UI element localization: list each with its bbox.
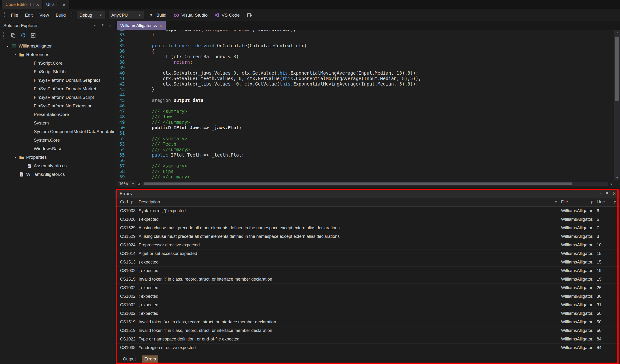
tree-item-finscript-core[interactable]: FinScript.Core (0, 59, 115, 67)
error-row[interactable]: CS1014A get or set accessor expectedWill… (115, 249, 620, 258)
error-row[interactable]: CS1519Invalid token '=>' in class, recor… (115, 318, 620, 326)
code-line-47[interactable]: 47 /// <summary> (115, 108, 421, 114)
expander-icon[interactable] (5, 45, 10, 48)
error-row[interactable]: CS1519Invalid token ';' in class, record… (115, 275, 620, 284)
column-header-description[interactable]: Description (139, 199, 561, 205)
tree-item-williamsalligator[interactable]: WilliamsAlligator (0, 42, 115, 50)
scroll-right-icon[interactable]: ▶ (609, 182, 614, 185)
platform-dropdown[interactable]: AnyCPU ▼ (109, 11, 144, 19)
tree-item-finscript-stdlib[interactable]: FinScript.StdLib (0, 67, 115, 76)
error-row[interactable]: CS1002; expectedWilliamsAlligator.30 (115, 292, 620, 301)
error-row[interactable]: CS1002; expectedWilliamsAlligator.31 (115, 301, 620, 309)
close-icon[interactable]: × (62, 2, 65, 7)
column-header-file[interactable]: File (561, 199, 597, 205)
code-line-53[interactable]: 53 /// Teeth (115, 141, 421, 147)
window-tab-utils[interactable]: Utils × (43, 0, 68, 9)
code-line-38[interactable]: 38 return; (115, 60, 421, 65)
vs-code-button[interactable]: VS Code (212, 13, 243, 18)
column-header-line[interactable]: Line (597, 199, 620, 205)
code-line-41[interactable]: 41 ctx.SetValue(_teeth.Values, 0, ctx.Ge… (115, 76, 421, 81)
close-icon[interactable]: × (613, 191, 616, 196)
code-line-52[interactable]: 52 /// <summary> (115, 136, 421, 141)
scroll-up-icon[interactable]: ▲ (614, 30, 620, 35)
filter-icon[interactable] (613, 200, 617, 204)
code-line-32[interactable]: 32 _lips= AddPlot("Alligator's Lips", Co… (115, 30, 421, 32)
tree-item-finsysplatform-domain-script[interactable]: FinSysPlatform.Domain.Script (0, 93, 115, 102)
refresh-icon[interactable] (21, 33, 26, 38)
tree-item-system[interactable]: System (0, 119, 115, 127)
code-line-49[interactable]: 49 /// </summary> (115, 120, 421, 125)
add-item-icon[interactable] (31, 33, 36, 38)
code-line-45[interactable]: 45 #region Output data (115, 98, 421, 103)
tree-item-finsysplatform-netextension[interactable]: FinSysPlatform.NetExtension (0, 102, 115, 110)
code-line-46[interactable]: 46 (115, 103, 421, 108)
toolbar-grip[interactable] (72, 12, 72, 18)
error-row[interactable]: CS1513} expectedWilliamsAlligator.15 (115, 258, 620, 267)
tree-item-references[interactable]: References (0, 50, 115, 59)
code-line-48[interactable]: 48 /// Jaws (115, 114, 421, 120)
tab-errors[interactable]: Errors (142, 355, 158, 363)
toolbar-grip[interactable] (4, 12, 5, 18)
code-line-36[interactable]: 36 { (115, 48, 421, 54)
code-line-43[interactable]: 43 } (115, 87, 421, 92)
code-line-59[interactable]: 59 /// </summary> (115, 174, 421, 180)
code-line-44[interactable]: 44 (115, 92, 421, 98)
sync-with-active-document-icon[interactable] (11, 33, 16, 38)
tree-item-system-core[interactable]: System.Core (0, 136, 115, 144)
menu-file[interactable]: File (8, 13, 21, 18)
tree-item-finsysplatform-domain-market[interactable]: FinSysPlatform.Domain.Market (0, 85, 115, 93)
error-row[interactable]: CS1038#endregion directive expectedWilli… (115, 344, 620, 352)
pin-icon[interactable] (101, 24, 105, 28)
scroll-down-icon[interactable]: ▼ (614, 175, 620, 180)
error-row[interactable]: CS1002; expectedWilliamsAlligator.50 (115, 309, 620, 318)
code-line-35[interactable]: 35 protected override void OnCalculate(C… (115, 43, 421, 48)
error-row[interactable]: CS1002; expectedWilliamsAlligator.19 (115, 267, 620, 275)
window-tab-code-editor[interactable]: Code Editor × (2, 0, 42, 9)
code-line-58[interactable]: 58 /// Lips (115, 169, 421, 174)
error-row[interactable]: CS1026) expectedWilliamsAlligator.6 (115, 215, 620, 224)
tree-item-windowsbase[interactable]: WindowsBase (0, 144, 115, 153)
filter-icon[interactable] (130, 200, 133, 204)
close-icon[interactable]: × (108, 23, 111, 28)
vertical-scrollbar-thumb[interactable] (615, 37, 619, 101)
error-row[interactable]: CS1024Preprocessor directive expectedWil… (115, 241, 620, 249)
code-line-56[interactable]: 56 (115, 158, 421, 163)
filter-icon[interactable] (554, 200, 558, 204)
scroll-left-icon[interactable]: ◀ (136, 182, 141, 185)
error-row[interactable]: CS1519Invalid token ';' in class, record… (115, 326, 620, 335)
tree-item-system-componentmodel-dataannotations[interactable]: System.ComponentModel.DataAnnotations (0, 127, 115, 136)
horizontal-scrollbar[interactable] (142, 182, 608, 186)
tab-output[interactable]: Output (121, 355, 138, 363)
column-header-code[interactable]: Cod (120, 199, 139, 205)
tree-item-assemblyinfo-cs[interactable]: #AssemblyInfo.cs (0, 162, 115, 170)
visual-studio-button[interactable]: Visual Studio (171, 13, 211, 18)
pin-icon[interactable] (605, 192, 609, 196)
tree-item-presentationcore[interactable]: PresentationCore (0, 110, 115, 119)
expander-icon[interactable] (13, 53, 18, 56)
horizontal-scrollbar-thumb[interactable] (144, 182, 572, 185)
code-line-40[interactable]: 40 ctx.SetValue(_jaws.Values,0, ctx.GetV… (115, 70, 421, 76)
tree-item-williamsalligator-cs[interactable]: #WilliamsAlligator.cs (0, 170, 115, 179)
filter-icon[interactable] (590, 200, 593, 204)
open-external-button[interactable] (244, 13, 255, 18)
code-line-39[interactable]: 39 (115, 65, 421, 70)
build-button[interactable]: Build (146, 13, 169, 18)
error-row[interactable]: CS1529A using clause must precede all ot… (115, 232, 620, 241)
menu-view[interactable]: View (37, 13, 52, 18)
code-line-54[interactable]: 54 /// </summary> (115, 147, 421, 152)
error-row[interactable]: CS1003Syntax error, '(' expectedWilliams… (115, 207, 620, 215)
configuration-dropdown[interactable]: Debug ▼ (77, 11, 105, 19)
code-line-57[interactable]: 57 /// <summary> (115, 163, 421, 169)
chevron-down-icon[interactable] (598, 192, 602, 196)
error-row[interactable]: CS1022Type or namespace definition, or e… (115, 335, 620, 344)
code-line-51[interactable]: 51 (115, 130, 421, 136)
chevron-down-icon[interactable] (93, 24, 97, 28)
menu-build[interactable]: Build (53, 13, 68, 18)
vertical-scrollbar[interactable]: ▲ ▼ (614, 30, 620, 180)
error-row[interactable]: CS1529A using clause must precede all ot… (115, 224, 620, 232)
tree-item-finsysplatform-domain-graphics[interactable]: FinSysPlatform.Domain.Graphics (0, 76, 115, 85)
error-row[interactable]: CS1002; expectedWilliamsAlligator.26 (115, 284, 620, 292)
code-line-42[interactable]: 42 ctx.SetValue(_lips.Values, 0, ctx.Get… (115, 81, 421, 87)
code-viewport[interactable]: 32 _lips= AddPlot("Alligator's Lips", Co… (115, 30, 614, 180)
toolbar-grip[interactable] (3, 32, 4, 39)
